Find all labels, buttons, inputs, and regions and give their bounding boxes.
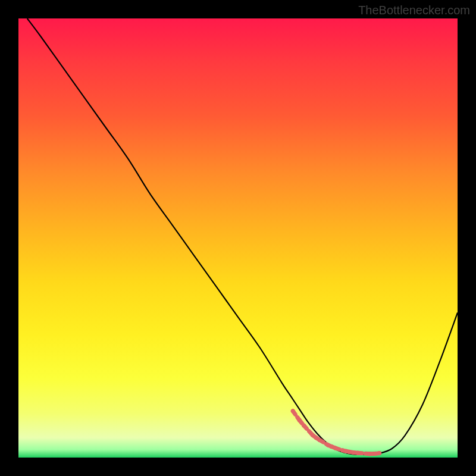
svg-point-22 xyxy=(318,438,322,442)
svg-point-30 xyxy=(356,451,360,455)
curve-layer xyxy=(18,18,458,458)
svg-point-24 xyxy=(330,444,334,449)
plot-area xyxy=(18,18,458,458)
svg-point-31 xyxy=(368,452,372,456)
svg-point-19 xyxy=(302,424,306,428)
svg-point-27 xyxy=(344,449,348,453)
svg-point-32 xyxy=(373,452,377,456)
svg-point-18 xyxy=(298,418,302,422)
svg-point-20 xyxy=(311,433,315,437)
svg-point-26 xyxy=(340,448,345,452)
svg-point-33 xyxy=(377,451,381,455)
svg-point-25 xyxy=(333,446,337,450)
svg-point-28 xyxy=(347,450,352,454)
bottleneck-curve xyxy=(27,18,458,455)
svg-point-17 xyxy=(291,409,295,413)
svg-point-21 xyxy=(314,436,318,440)
svg-point-29 xyxy=(352,450,356,455)
attribution-label: TheBottlenecker.com xyxy=(358,4,470,17)
chart-container: TheBottlenecker.com xyxy=(0,0,476,476)
